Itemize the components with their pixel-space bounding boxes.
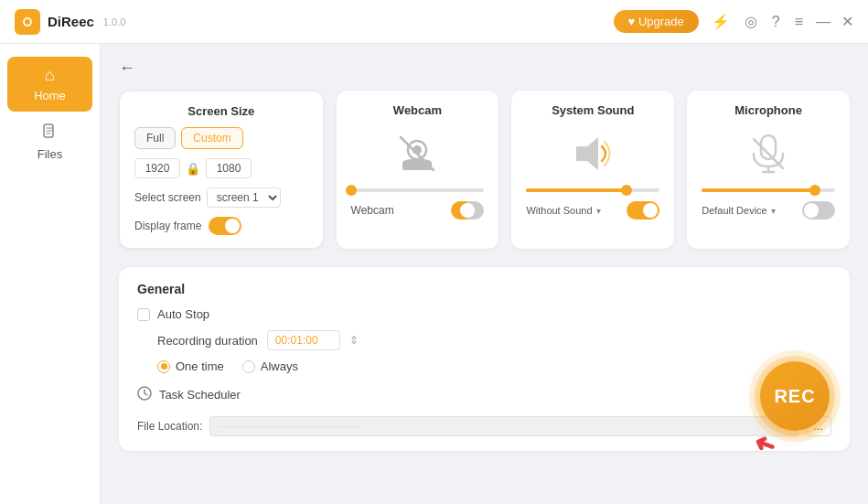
system-sound-slider-track[interactable] xyxy=(526,188,659,192)
sound-option-label: Without Sound xyxy=(526,205,592,216)
duration-input[interactable] xyxy=(267,330,340,350)
webcam-icon xyxy=(393,130,441,177)
target-icon[interactable]: ◎ xyxy=(743,11,759,32)
minimize-button[interactable]: — xyxy=(816,14,830,30)
radio-row: One time Always xyxy=(157,359,831,373)
webcam-bottom-row: Webcam xyxy=(351,201,485,220)
recording-duration-label: Recording duration xyxy=(157,334,258,348)
home-icon: ⌂ xyxy=(45,66,55,85)
system-sound-bottom-row: Without Sound ▾ xyxy=(526,201,659,220)
webcam-toggle-knob xyxy=(460,203,475,218)
system-sound-icon xyxy=(569,130,616,177)
display-frame-label: Display frame xyxy=(134,220,201,232)
microphone-slider-thumb[interactable] xyxy=(809,185,820,196)
custom-button[interactable]: Custom xyxy=(181,127,242,149)
auto-stop-label: Auto Stop xyxy=(157,307,209,321)
toggle-knob xyxy=(225,219,240,233)
rec-label: REC xyxy=(774,386,815,407)
webcam-slider-track[interactable] xyxy=(351,188,485,192)
device-option-group: Default Device ▾ xyxy=(702,205,776,216)
sidebar: ⌂ Home Files xyxy=(0,44,101,504)
webcam-slider-thumb[interactable] xyxy=(346,185,357,196)
titlebar-actions: ♥ Upgrade ⚡ ◎ ? ≡ — ✕ xyxy=(614,10,853,33)
height-input[interactable] xyxy=(206,158,252,178)
system-sound-icon-area xyxy=(526,126,659,181)
close-button[interactable]: ✕ xyxy=(841,13,853,30)
size-buttons: Full Custom xyxy=(134,127,308,149)
display-frame-toggle[interactable] xyxy=(209,217,241,235)
microphone-bottom-row: Default Device ▾ xyxy=(702,201,835,220)
microphone-icon-area xyxy=(702,126,835,181)
microphone-toggle[interactable] xyxy=(802,201,835,220)
resolution-row: 🔒 xyxy=(134,158,308,178)
content-area: ← Screen Size Full Custom 🔒 Select scree… xyxy=(101,44,868,504)
main-layout: ⌂ Home Files ← Screen Size Full Custom xyxy=(0,44,868,504)
one-time-option[interactable]: One time xyxy=(157,359,224,373)
webcam-label: Webcam xyxy=(351,204,394,217)
auto-stop-row: Auto Stop xyxy=(137,307,831,321)
rec-area: REC ➜ xyxy=(749,350,841,442)
system-sound-slider-row xyxy=(526,188,659,192)
sidebar-item-files[interactable]: Files xyxy=(7,113,92,170)
one-time-radio[interactable] xyxy=(157,360,170,373)
back-button[interactable]: ← xyxy=(119,59,135,78)
lower-area: General Auto Stop Recording duration ⇕ O… xyxy=(119,267,850,451)
device-label: Default Device xyxy=(702,205,767,216)
app-logo: DiReec 1.0.0 xyxy=(15,9,125,35)
select-screen-label: Select screen xyxy=(134,191,201,204)
arrow-icon: ➜ xyxy=(749,427,779,463)
upgrade-button[interactable]: ♥ Upgrade xyxy=(614,10,699,33)
system-sound-toggle-knob xyxy=(643,203,658,218)
microphone-icon xyxy=(745,130,792,177)
menu-icon[interactable]: ≡ xyxy=(793,12,805,32)
app-version: 1.0.0 xyxy=(103,16,125,27)
duration-spinner-icon[interactable]: ⇕ xyxy=(349,334,359,347)
help-icon[interactable]: ? xyxy=(770,12,782,32)
system-sound-slider-thumb[interactable] xyxy=(621,185,632,196)
sidebar-item-home[interactable]: ⌂ Home xyxy=(7,57,92,112)
webcam-toggle[interactable] xyxy=(451,201,484,220)
display-frame-row: Display frame xyxy=(134,217,308,235)
screen-size-card: Screen Size Full Custom 🔒 Select screen … xyxy=(119,91,324,249)
general-title: General xyxy=(137,282,831,296)
microphone-toggle-knob xyxy=(804,203,819,218)
titlebar: DiReec 1.0.0 ♥ Upgrade ⚡ ◎ ? ≡ — ✕ xyxy=(0,0,868,44)
microphone-slider-track[interactable] xyxy=(702,188,835,192)
microphone-slider-row xyxy=(702,188,835,192)
sidebar-home-label: Home xyxy=(34,89,66,102)
rec-ring-inner: REC xyxy=(755,356,835,436)
system-sound-title: System Sound xyxy=(526,103,659,117)
auto-stop-checkbox[interactable] xyxy=(137,308,150,321)
system-sound-toggle[interactable] xyxy=(627,201,659,220)
file-location-label: File Location: xyxy=(137,420,202,433)
logo-icon xyxy=(15,9,40,35)
system-sound-card: System Sound Without So xyxy=(511,91,674,249)
screen-select[interactable]: screen 1 xyxy=(207,188,281,208)
webcam-icon-area xyxy=(351,126,485,181)
lightning-icon[interactable]: ⚡ xyxy=(710,11,732,32)
microphone-card: Microphone xyxy=(687,91,850,249)
microphone-slider-fill xyxy=(702,188,815,192)
rec-button[interactable]: REC xyxy=(760,361,830,431)
select-screen-row: Select screen screen 1 xyxy=(134,188,308,208)
microphone-title: Microphone xyxy=(702,103,835,117)
files-icon xyxy=(42,123,59,144)
system-sound-slider-fill xyxy=(526,188,626,192)
cards-row: Screen Size Full Custom 🔒 Select screen … xyxy=(119,91,850,249)
sound-dropdown-arrow[interactable]: ▾ xyxy=(596,206,601,216)
always-radio[interactable] xyxy=(242,360,255,373)
task-scheduler-row[interactable]: Task Scheduler xyxy=(137,386,831,403)
webcam-title: Webcam xyxy=(351,103,485,117)
lock-icon: 🔒 xyxy=(186,162,200,176)
webcam-slider-row xyxy=(351,188,485,192)
webcam-card: Webcam Webca xyxy=(337,91,499,249)
always-option[interactable]: Always xyxy=(242,359,298,373)
app-name: DiReec xyxy=(48,14,94,29)
width-input[interactable] xyxy=(134,158,180,178)
screen-size-title: Screen Size xyxy=(134,104,308,118)
svg-point-2 xyxy=(25,19,30,25)
full-button[interactable]: Full xyxy=(134,127,176,149)
svg-marker-7 xyxy=(576,137,598,170)
device-dropdown-arrow[interactable]: ▾ xyxy=(771,206,776,216)
task-scheduler-icon xyxy=(137,386,152,403)
